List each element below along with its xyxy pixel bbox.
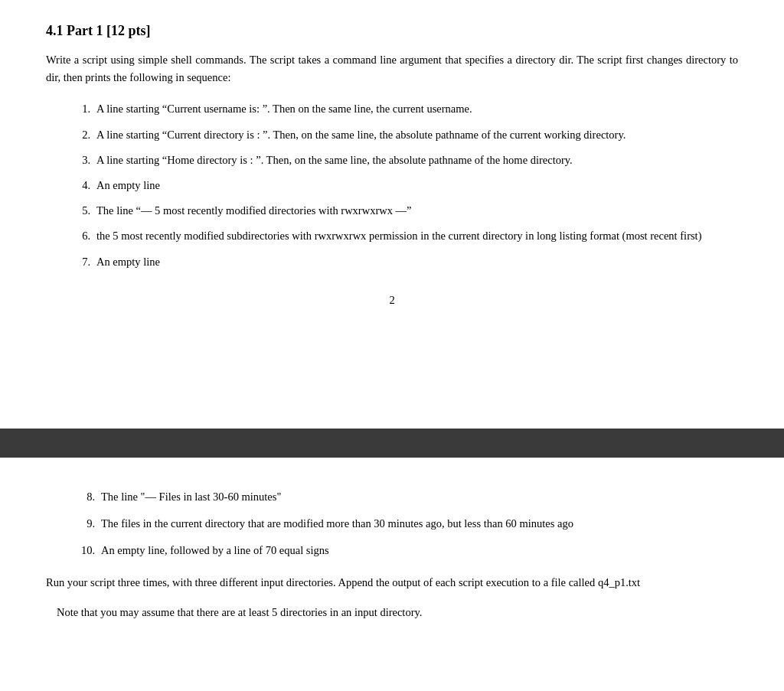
page-bottom-section: 8.The line "— Files in last 30-60 minute… bbox=[0, 458, 784, 652]
list-content: the 5 most recently modified subdirector… bbox=[96, 227, 738, 245]
list-item: 4.An empty line bbox=[69, 177, 738, 194]
list-item: 9.The files in the current directory tha… bbox=[69, 515, 738, 533]
list-number: 9. bbox=[69, 515, 95, 533]
list-content: A line starting “Current username is: ”.… bbox=[96, 100, 738, 118]
page-number: 2 bbox=[46, 279, 738, 330]
list-item: 6.the 5 most recently modified subdirect… bbox=[69, 227, 738, 245]
list-content: The files in the current directory that … bbox=[101, 515, 738, 533]
list-item: 8.The line "— Files in last 30-60 minute… bbox=[69, 488, 738, 506]
list-content: An empty line bbox=[96, 253, 738, 271]
intro-paragraph: Write a script using simple shell comman… bbox=[46, 51, 738, 86]
list-content: The line "— Files in last 30-60 minutes" bbox=[101, 488, 738, 506]
top-numbered-list: 1.A line starting “Current username is: … bbox=[69, 100, 738, 270]
list-item: 1.A line starting “Current username is: … bbox=[69, 100, 738, 118]
list-number: 3. bbox=[69, 152, 90, 169]
list-item: 2.A line starting “Current directory is … bbox=[69, 126, 738, 144]
list-number: 1. bbox=[69, 100, 90, 118]
list-number: 7. bbox=[69, 253, 90, 271]
dark-separator-bar bbox=[0, 429, 784, 458]
list-content: A line starting “Current directory is : … bbox=[96, 126, 738, 144]
list-item: 5.The line “— 5 most recently modified d… bbox=[69, 202, 738, 220]
list-number: 8. bbox=[69, 488, 95, 506]
list-item: 7.An empty line bbox=[69, 253, 738, 271]
section-heading: 4.1 Part 1 [12 pts] bbox=[46, 23, 738, 39]
list-number: 6. bbox=[69, 227, 90, 245]
list-number: 4. bbox=[69, 177, 90, 194]
page-top-section: 4.1 Part 1 [12 pts] Write a script using… bbox=[0, 0, 784, 429]
list-content: An empty line, followed by a line of 70 … bbox=[101, 542, 738, 559]
list-number: 10. bbox=[69, 542, 95, 559]
list-number: 5. bbox=[69, 202, 90, 220]
list-content: A line starting “Home directory is : ”. … bbox=[96, 152, 738, 169]
bottom-numbered-list: 8.The line "— Files in last 30-60 minute… bbox=[69, 488, 738, 560]
list-number: 2. bbox=[69, 126, 90, 144]
closing-paragraph: Run your script three times, with three … bbox=[46, 574, 738, 592]
list-content: An empty line bbox=[96, 177, 738, 194]
list-item: 10.An empty line, followed by a line of … bbox=[69, 542, 738, 559]
list-item: 3.A line starting “Home directory is : ”… bbox=[69, 152, 738, 169]
note-paragraph: Note that you may assume that there are … bbox=[46, 604, 738, 621]
list-content: The line “— 5 most recently modified dir… bbox=[96, 202, 738, 220]
